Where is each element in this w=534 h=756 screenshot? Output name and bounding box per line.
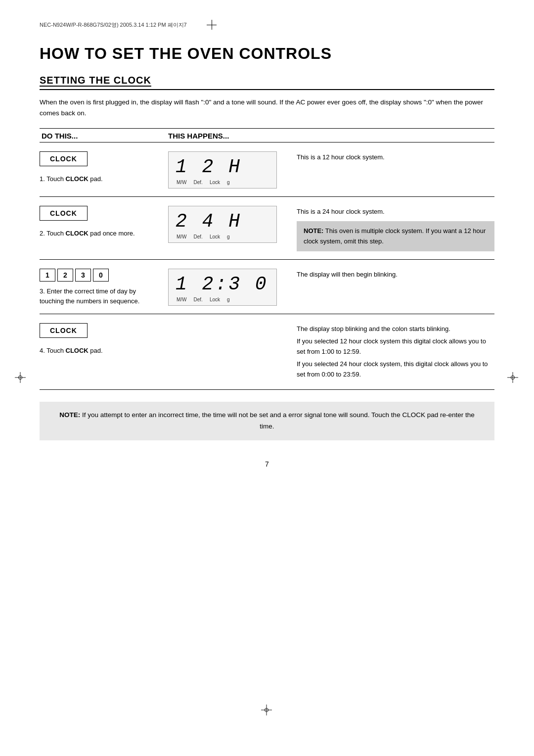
do-column-1: CLOCK 1. Touch CLOCK pad. xyxy=(40,151,168,184)
header-meta: NEC-N924W/P-R-868G7S/02영) 2005.3.14 1:12… xyxy=(40,20,494,30)
do-column-3: 1 2 3 0 3. Enter the correct time of day… xyxy=(40,269,168,306)
page-number: 7 xyxy=(40,460,494,468)
display-box-1: 1 2 H M/W Def. Lock g xyxy=(168,151,277,189)
section-title: SETTING THE CLOCK xyxy=(40,75,494,90)
note-column-3: The display will then begin blinking. xyxy=(297,269,494,280)
happens-column-3: 1 2:3 0 M/W Def. Lock g xyxy=(168,269,297,306)
crosshair-top-right xyxy=(207,20,217,30)
table-row: 1 2 3 0 3. Enter the correct time of day… xyxy=(40,260,494,314)
note-column-2: This is a 24 hour clock system. NOTE: Th… xyxy=(297,206,494,251)
bottom-note-box: NOTE: If you attempt to enter an incorre… xyxy=(40,402,494,440)
key-2[interactable]: 2 xyxy=(57,269,73,282)
table-row: CLOCK 4. Touch CLOCK pad. The display st… xyxy=(40,314,494,390)
display-digits-3: 1 2:3 0 xyxy=(176,274,269,295)
crosshair-bottom xyxy=(261,705,273,716)
display-box-3: 1 2:3 0 M/W Def. Lock g xyxy=(168,269,277,306)
key-0[interactable]: 0 xyxy=(93,269,109,282)
note-column-1: This is a 12 hour clock system. xyxy=(297,151,494,163)
intro-text: When the oven is first plugged in, the d… xyxy=(40,97,494,118)
display-labels-1: M/W Def. Lock g xyxy=(176,180,269,185)
bottom-note-text: If you attempt to enter an incorrect tim… xyxy=(82,411,475,430)
happens-column-2: 2 4 H M/W Def. Lock g xyxy=(168,206,297,243)
keypad-row-3: 1 2 3 0 xyxy=(40,269,160,282)
step-text-3: 3. Enter the correct time of day by touc… xyxy=(40,286,160,306)
table-row: CLOCK 2. Touch CLOCK pad once more. 2 4 … xyxy=(40,197,494,260)
col-happens-header: THIS HAPPENS... xyxy=(168,132,494,140)
bottom-note-bold: NOTE: xyxy=(59,411,80,419)
col-do-header: DO THIS... xyxy=(40,132,168,140)
happens-column-1: 1 2 H M/W Def. Lock g xyxy=(168,151,297,189)
page-title: HOW TO SET THE OVEN CONTROLS xyxy=(40,45,494,63)
key-3[interactable]: 3 xyxy=(75,269,91,282)
do-column-2: CLOCK 2. Touch CLOCK pad once more. xyxy=(40,206,168,238)
key-1[interactable]: 1 xyxy=(40,269,55,282)
note-column-4: The display stop blinking and the colon … xyxy=(297,323,494,381)
display-digits-2: 2 4 H xyxy=(176,211,269,232)
display-labels-2: M/W Def. Lock g xyxy=(176,234,269,239)
step-text-4: 4. Touch CLOCK pad. xyxy=(40,346,160,356)
table-row: CLOCK 1. Touch CLOCK pad. 1 2 H M/W Def.… xyxy=(40,142,494,197)
bottom-note-wrapper: NOTE: If you attempt to enter an incorre… xyxy=(40,402,494,440)
crosshair-right xyxy=(507,372,519,384)
crosshair-left xyxy=(15,372,27,384)
do-column-4: CLOCK 4. Touch CLOCK pad. xyxy=(40,323,168,356)
step-text-1: 1. Touch CLOCK pad. xyxy=(40,174,160,184)
clock-button-2[interactable]: CLOCK xyxy=(40,206,88,221)
instructions-table: DO THIS... THIS HAPPENS... CLOCK 1. Touc… xyxy=(40,128,494,390)
display-digits-1: 1 2 H xyxy=(176,157,269,178)
clock-button-4[interactable]: CLOCK xyxy=(40,323,88,338)
column-headers: DO THIS... THIS HAPPENS... xyxy=(40,129,494,142)
display-box-2: 2 4 H M/W Def. Lock g xyxy=(168,206,277,243)
row2-inline-note: NOTE: This oven is multiple clock system… xyxy=(297,221,494,252)
row2-note-prefix: This is a 24 hour clock system. xyxy=(297,207,494,217)
clock-button-1[interactable]: CLOCK xyxy=(40,151,88,166)
row4-note: The display stop blinking and the colon … xyxy=(297,324,494,379)
display-labels-3: M/W Def. Lock g xyxy=(176,297,269,302)
step-text-2: 2. Touch CLOCK pad once more. xyxy=(40,229,160,238)
meta-text: NEC-N924W/P-R-868G7S/02영) 2005.3.14 1:12… xyxy=(40,21,187,29)
